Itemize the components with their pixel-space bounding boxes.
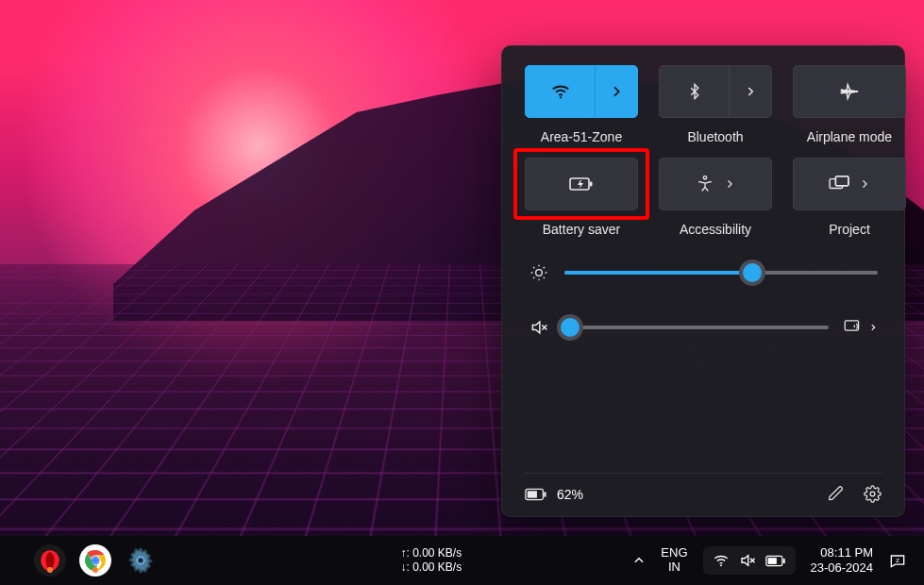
battery-saver-tile[interactable]: [525, 158, 638, 210]
wifi-icon: [526, 66, 595, 117]
airplane-icon: [839, 81, 860, 102]
chevron-right-icon: [859, 178, 870, 190]
network-speed: ↑: 0.00 KB/s ↓: 0.00 KB/s: [401, 546, 462, 575]
battery-icon: [765, 555, 786, 567]
svg-point-23: [720, 564, 722, 566]
accessibility-label: Accessibility: [680, 222, 751, 237]
battery-saver-label: Battery saver: [543, 222, 620, 237]
battery-saver-icon: [569, 175, 594, 193]
taskbar-app-opera[interactable]: [34, 544, 66, 577]
airplane-tile[interactable]: [793, 65, 906, 118]
svg-rect-2: [590, 182, 593, 187]
svg-rect-12: [544, 492, 546, 497]
accessibility-tile[interactable]: [659, 158, 772, 210]
volume-mute-icon: [739, 552, 756, 569]
settings-button[interactable]: [864, 485, 882, 503]
wifi-label: Area-51-Zone: [541, 129, 622, 144]
battery-icon: [525, 488, 547, 501]
tray-expand[interactable]: [632, 554, 646, 567]
taskbar-app-chrome[interactable]: [79, 544, 111, 577]
battery-status[interactable]: 62%: [525, 487, 583, 502]
clock[interactable]: 08:11 PM 23-06-2024: [811, 545, 874, 577]
project-label: Project: [829, 222, 870, 237]
gear-icon: [864, 485, 882, 503]
language-indicator[interactable]: ENG IN: [661, 546, 687, 575]
bluetooth-icon: [660, 66, 729, 117]
svg-point-22: [137, 557, 144, 564]
wifi-tile[interactable]: [525, 65, 638, 118]
edit-button[interactable]: [828, 485, 845, 503]
project-tile[interactable]: [793, 158, 906, 210]
chevron-up-icon: [632, 554, 646, 567]
pencil-icon: [828, 485, 845, 502]
accessibility-icon: [696, 175, 714, 193]
svg-point-0: [559, 96, 561, 98]
notification-button[interactable]: z: [888, 551, 907, 570]
wifi-expand[interactable]: [595, 66, 637, 117]
svg-rect-27: [782, 558, 784, 562]
date: 23-06-2024: [811, 560, 874, 576]
project-icon: [829, 176, 849, 192]
audio-output-button[interactable]: [844, 320, 878, 335]
system-tray[interactable]: [703, 546, 796, 575]
bluetooth-tile[interactable]: [659, 65, 772, 118]
svg-rect-5: [835, 176, 848, 186]
bluetooth-expand[interactable]: [729, 66, 771, 117]
svg-text:z: z: [896, 556, 899, 564]
wifi-icon: [713, 552, 730, 569]
quick-settings-panel: Area-51-Zone Bluetooth Airplane mode: [501, 45, 905, 517]
taskbar-app-settings[interactable]: [125, 544, 157, 577]
notification-icon: z: [888, 551, 907, 570]
svg-point-7: [536, 270, 543, 276]
time: 08:11 PM: [811, 545, 874, 560]
taskbar: ↑: 0.00 KB/s ↓: 0.00 KB/s ENG IN 08:11 P…: [0, 536, 924, 585]
battery-percent: 62%: [557, 487, 583, 502]
volume-mute-icon: [529, 318, 549, 337]
chevron-right-icon: [724, 178, 735, 190]
svg-point-14: [870, 492, 875, 496]
gear-icon: [126, 546, 155, 575]
brightness-slider[interactable]: [529, 263, 878, 282]
quick-tiles: Area-51-Zone Bluetooth Airplane mode: [525, 65, 882, 237]
svg-point-3: [703, 176, 706, 179]
bluetooth-label: Bluetooth: [687, 129, 743, 144]
panel-footer: 62%: [525, 473, 882, 503]
svg-rect-28: [767, 558, 776, 564]
volume-slider[interactable]: [529, 318, 878, 337]
svg-point-20: [92, 558, 98, 563]
airplane-label: Airplane mode: [807, 129, 892, 144]
brightness-icon: [529, 263, 549, 282]
svg-rect-13: [528, 491, 537, 497]
